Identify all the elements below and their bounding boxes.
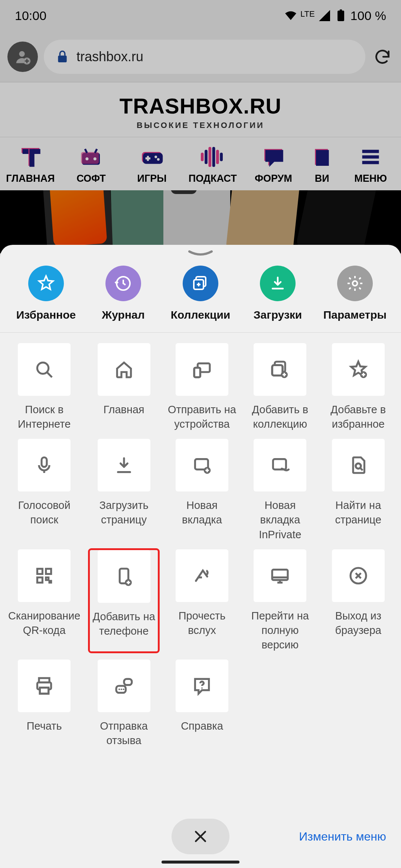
svg-rect-55	[49, 581, 51, 583]
tile-print[interactable]: Печать	[8, 660, 80, 748]
tile-find-on-page[interactable]: Найти на странице	[324, 439, 393, 542]
svg-rect-53	[38, 577, 43, 582]
print-icon	[34, 675, 55, 696]
svg-point-71	[121, 688, 122, 690]
settings-button[interactable]: Параметры	[318, 266, 392, 321]
download-page-icon	[114, 455, 134, 476]
tile-new-inprivate[interactable]: Новая вкладка InPrivate	[245, 439, 314, 542]
downloads-button[interactable]: Загрузки	[241, 266, 315, 321]
exit-icon	[348, 565, 369, 586]
edit-menu-link[interactable]: Изменить меню	[299, 830, 386, 844]
desktop-icon	[270, 565, 290, 586]
svg-rect-51	[38, 569, 43, 574]
add-collection-icon	[270, 359, 290, 380]
svg-point-34	[38, 362, 49, 374]
collections-icon	[192, 274, 209, 292]
tile-web-search[interactable]: Поиск в Интернете	[8, 343, 80, 431]
svg-rect-68	[124, 679, 132, 685]
tile-download-page[interactable]: Загрузить страницу	[89, 439, 158, 542]
sheet-bottom-bar: Изменить меню	[0, 805, 401, 868]
devices-icon	[192, 359, 212, 380]
menu-top-row: Избранное Журнал Коллекции Загрузки Пара…	[0, 259, 401, 333]
collections-button[interactable]: Коллекции	[163, 266, 238, 321]
tile-voice-search[interactable]: Голосовой поиск	[8, 439, 80, 542]
history-icon	[114, 274, 132, 292]
search-icon	[34, 359, 55, 380]
tile-add-collection[interactable]: Добавить в коллекцию	[245, 343, 314, 431]
tile-feedback[interactable]: Отправка отзыва	[89, 660, 158, 748]
feedback-icon	[114, 675, 134, 696]
svg-line-50	[360, 468, 362, 470]
mic-icon	[34, 455, 55, 476]
tile-add-to-phone[interactable]: Добавить на телефоне	[89, 549, 158, 652]
svg-point-73	[201, 687, 203, 689]
tile-desktop-site[interactable]: Перейти на полную версию	[245, 549, 314, 652]
favorites-button[interactable]: Избранное	[9, 266, 83, 321]
add-phone-icon	[114, 566, 134, 587]
tile-exit[interactable]: Выход из браузера	[324, 549, 393, 652]
svg-rect-52	[46, 569, 51, 574]
help-icon	[192, 675, 212, 696]
find-icon	[348, 455, 369, 476]
svg-rect-59	[272, 569, 288, 580]
close-icon	[192, 828, 209, 845]
home-icon	[114, 359, 134, 380]
add-star-icon	[348, 359, 369, 380]
tile-new-tab[interactable]: Новая вкладка	[167, 439, 237, 542]
svg-line-35	[47, 372, 52, 377]
read-aloud-icon	[192, 565, 212, 586]
svg-rect-54	[46, 577, 49, 580]
svg-rect-44	[42, 457, 47, 467]
new-tab-icon	[192, 455, 212, 476]
svg-point-72	[123, 688, 124, 690]
svg-point-70	[118, 688, 120, 690]
gear-icon	[346, 274, 364, 292]
sheet-handle[interactable]	[0, 245, 401, 259]
close-menu-button[interactable]	[172, 819, 229, 854]
download-icon	[269, 274, 287, 292]
tile-send-to-devices[interactable]: Отправить на устройства	[167, 343, 237, 431]
tile-add-favorite[interactable]: Добавьте в избранное	[324, 343, 393, 431]
tile-qr-scan[interactable]: Сканирование QR-кода	[8, 549, 80, 652]
svg-point-33	[353, 281, 358, 286]
svg-rect-47	[273, 459, 286, 470]
tile-help[interactable]: Справка	[167, 660, 237, 748]
gesture-bar	[162, 861, 239, 864]
qr-icon	[34, 565, 55, 586]
star-icon	[37, 274, 55, 292]
history-button[interactable]: Журнал	[86, 266, 160, 321]
menu-grid: Поиск в Интернете Главная Отправить на у…	[0, 333, 401, 805]
browser-menu-sheet: Избранное Журнал Коллекции Загрузки Пара…	[0, 245, 401, 868]
inprivate-icon	[270, 455, 290, 476]
tile-read-aloud[interactable]: Прочесть вслух	[167, 549, 237, 652]
tile-home[interactable]: Главная	[89, 343, 158, 431]
